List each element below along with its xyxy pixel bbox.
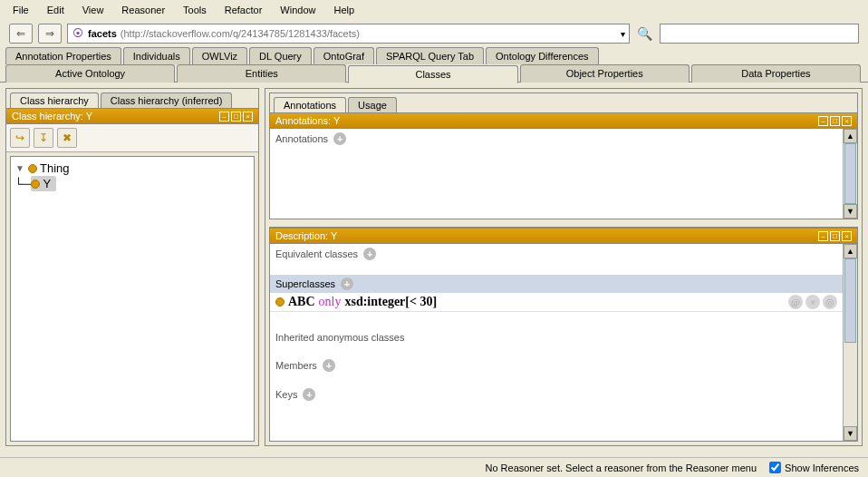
annotations-section: Annotations + — [270, 129, 843, 149]
show-inferences-label: Show Inferences — [785, 462, 859, 473]
add-annotation-button[interactable]: + — [333, 132, 346, 145]
subtab-class-hierarchy[interactable]: Class hierarchy — [10, 92, 99, 108]
status-message: No Reasoner set. Select a reasoner from … — [485, 462, 757, 473]
annotations-body: Annotations + ▲ ▼ — [270, 129, 857, 219]
scrollbar[interactable]: ▲ ▼ — [843, 129, 857, 219]
scroll-thumb[interactable] — [844, 143, 856, 204]
panel-max-icon[interactable]: □ — [231, 112, 241, 122]
tab-data-properties[interactable]: Data Properties — [691, 64, 861, 83]
add-equivalent-button[interactable]: + — [363, 248, 376, 260]
tab-dl-query[interactable]: DL Query — [249, 47, 312, 64]
scroll-down-icon[interactable]: ▼ — [844, 204, 857, 219]
tree-connector: └─ — [14, 177, 31, 190]
superclass-axiom[interactable]: ABC only xsd:integer[< 30] @ × ◎ — [270, 293, 843, 312]
tabs-primary: Annotation Properties Individuals OWLViz… — [0, 47, 868, 64]
section-label: Annotations — [275, 133, 328, 144]
axiom-tools: @ × ◎ — [788, 295, 837, 309]
menu-view[interactable]: View — [75, 3, 111, 17]
panel-max-icon[interactable]: □ — [830, 231, 840, 241]
search-input[interactable] — [660, 24, 859, 44]
class-tree[interactable]: ▼ Thing └─ Y — [10, 156, 255, 442]
superclasses-section: Superclasses + — [270, 275, 843, 293]
panel-close-icon[interactable]: × — [842, 231, 852, 241]
add-key-button[interactable]: + — [303, 388, 315, 401]
ontology-uri-selector[interactable]: ⦿ facets (http://stackoverflow.com/q/241… — [67, 24, 630, 44]
tree-node-y[interactable]: Y — [31, 176, 56, 191]
tab-entities[interactable]: Entities — [177, 64, 346, 83]
hierarchy-toolbar: ↪ ↧ ✖ — [6, 124, 258, 152]
tree-toggle-icon[interactable]: ▼ — [14, 163, 25, 173]
tab-object-properties[interactable]: Object Properties — [520, 64, 690, 83]
menu-help[interactable]: Help — [326, 3, 362, 17]
description-body: Equivalent classes + Superclasses + ABC … — [270, 244, 857, 441]
panel-close-icon[interactable]: × — [243, 112, 253, 122]
delete-class-button[interactable]: ✖ — [57, 128, 77, 148]
axiom-rest: xsd:integer[< 30] — [344, 295, 437, 309]
panel-max-icon[interactable]: □ — [830, 116, 840, 126]
scroll-thumb[interactable] — [844, 258, 856, 343]
tab-ontology-differences[interactable]: Ontology Differences — [486, 47, 599, 64]
hierarchy-header-title: Class hierarchy: Y — [12, 111, 92, 122]
tab-active-ontology[interactable]: Active Ontology — [5, 64, 175, 83]
menu-window[interactable]: Window — [273, 3, 323, 17]
tab-individuals[interactable]: Individuals — [123, 47, 190, 64]
search-icon: 🔍 — [635, 26, 654, 41]
axiom-class: ABC — [288, 295, 315, 309]
add-sibling-class-button[interactable]: ↪ — [10, 128, 30, 148]
nav-forward-button[interactable]: ⇒ — [38, 24, 62, 44]
ontology-path: (http://stackoverflow.com/q/24134785/128… — [121, 28, 360, 39]
scroll-track[interactable] — [844, 258, 857, 426]
description-header: Description: Y – □ × — [270, 228, 857, 244]
subtab-annotations[interactable]: Annotations — [274, 97, 346, 112]
scroll-down-icon[interactable]: ▼ — [844, 426, 857, 441]
add-superclass-button[interactable]: + — [341, 277, 353, 290]
menu-edit[interactable]: Edit — [40, 3, 72, 17]
annotations-subtabs: Annotations Usage — [270, 93, 857, 112]
equivalent-classes-section: Equivalent classes + — [270, 244, 843, 264]
panel-window-icons: – □ × — [818, 231, 852, 241]
menu-tools[interactable]: Tools — [176, 3, 214, 17]
tab-ontograf[interactable]: OntoGraf — [313, 47, 374, 64]
tab-owlviz[interactable]: OWLViz — [192, 47, 247, 64]
tabs-secondary: Active Ontology Entities Classes Object … — [0, 64, 868, 83]
description-header-title: Description: Y — [275, 230, 337, 241]
scroll-up-icon[interactable]: ▲ — [844, 129, 857, 143]
annotations-header: Annotations: Y – □ × — [270, 112, 857, 129]
show-inferences-checkbox[interactable] — [769, 462, 781, 473]
show-inferences-toggle[interactable]: Show Inferences — [769, 462, 859, 473]
axiom-annot-button[interactable]: @ — [788, 295, 803, 309]
section-label: Inherited anonymous classes — [275, 332, 404, 343]
class-icon — [31, 180, 40, 189]
axiom-edit-button[interactable]: ◎ — [823, 295, 837, 309]
panel-close-icon[interactable]: × — [842, 116, 852, 126]
panel-pin-icon[interactable]: – — [219, 112, 229, 122]
panel-window-icons: – □ × — [818, 116, 852, 126]
hierarchy-header: Class hierarchy: Y – □ × — [6, 108, 258, 124]
subtab-usage[interactable]: Usage — [348, 97, 397, 112]
panel-pin-icon[interactable]: – — [818, 231, 828, 241]
menu-reasoner[interactable]: Reasoner — [114, 3, 172, 17]
scroll-track[interactable] — [844, 143, 857, 204]
add-subclass-button[interactable]: ↧ — [34, 128, 53, 148]
tab-classes[interactable]: Classes — [348, 65, 517, 83]
menu-refactor[interactable]: Refactor — [217, 3, 270, 17]
tab-sparql[interactable]: SPARQL Query Tab — [376, 47, 484, 64]
tree-node-thing[interactable]: ▼ Thing — [14, 161, 250, 176]
nav-back-button[interactable]: ⇐ — [9, 24, 33, 44]
keys-section: Keys + — [270, 385, 843, 404]
section-label: Equivalent classes — [275, 248, 358, 259]
scrollbar[interactable]: ▲ ▼ — [843, 244, 857, 441]
add-member-button[interactable]: + — [323, 359, 335, 372]
ontology-name: facets — [88, 28, 117, 39]
toolbar: ⇐ ⇒ ⦿ facets (http://stackoverflow.com/q… — [0, 20, 868, 47]
description-panel: Description: Y – □ × Equivalent classes … — [269, 227, 858, 442]
annotations-panel: Annotations Usage Annotations: Y – □ × A… — [269, 92, 858, 219]
hierarchy-subtabs: Class hierarchy Class hierarchy (inferre… — [6, 89, 258, 108]
menu-file[interactable]: File — [5, 3, 36, 17]
section-label: Members — [275, 360, 317, 371]
panel-pin-icon[interactable]: – — [818, 116, 828, 126]
tab-annotation-properties[interactable]: Annotation Properties — [5, 47, 121, 64]
scroll-up-icon[interactable]: ▲ — [844, 244, 857, 258]
axiom-delete-button[interactable]: × — [805, 295, 820, 309]
subtab-class-hierarchy-inferred[interactable]: Class hierarchy (inferred) — [101, 92, 232, 108]
